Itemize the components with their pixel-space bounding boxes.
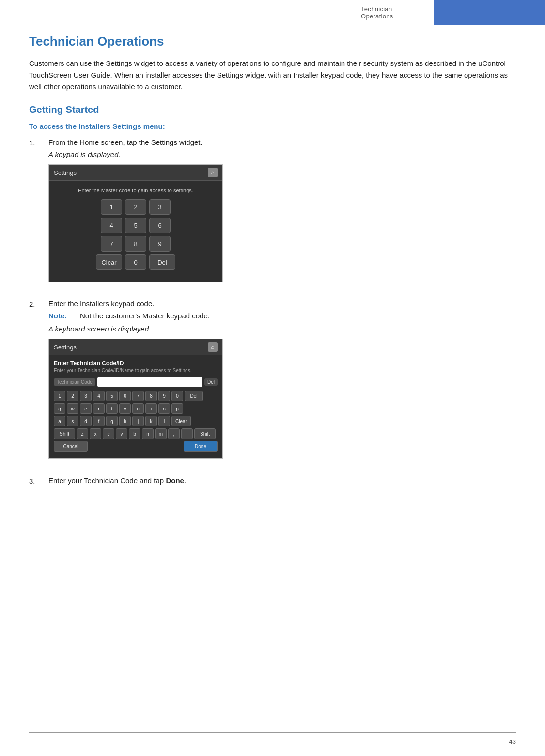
kb-key-8[interactable]: 8 <box>145 391 157 401</box>
kb-done-button[interactable]: Done <box>184 441 218 452</box>
kb-z[interactable]: z <box>77 428 88 439</box>
kb-k[interactable]: k <box>145 416 157 426</box>
keypad-row-3: 7 8 9 <box>101 236 171 252</box>
kb-q[interactable]: q <box>54 403 65 414</box>
kb-key-4[interactable]: 4 <box>93 391 105 401</box>
key-3[interactable]: 3 <box>149 199 171 215</box>
header-title: Technician Operations <box>361 5 535 20</box>
kb-y[interactable]: y <box>119 403 131 414</box>
kb-m[interactable]: m <box>155 428 167 439</box>
header-bar: Technician Operations <box>361 0 545 25</box>
intro-paragraph: Customers can use the Settings widget to… <box>29 58 516 93</box>
kb-key-7[interactable]: 7 <box>132 391 144 401</box>
home-icon-1: ⌂ <box>208 168 218 177</box>
step-3: 3. Enter your Technician Code and tap Do… <box>29 476 516 488</box>
step-3-bold: Done <box>166 476 184 485</box>
kb-e[interactable]: e <box>80 403 92 414</box>
key-2[interactable]: 2 <box>125 199 146 215</box>
kb-input-field[interactable] <box>97 377 202 387</box>
key-8[interactable]: 8 <box>125 236 146 252</box>
main-content: Technician Operations Customers can use … <box>0 0 545 536</box>
kb-u[interactable]: u <box>132 403 144 414</box>
screenshot-keyboard: Settings ⌂ Enter Technician Code/ID Ente… <box>48 339 223 459</box>
keypad-row-1: 1 2 3 <box>101 199 171 215</box>
key-del[interactable]: Del <box>149 254 175 270</box>
note-label: Note: <box>48 312 80 320</box>
step-1-text: From the Home screen, tap the Settings w… <box>48 138 516 146</box>
kb-asdf-row: a s d f g h j k l Clear <box>54 416 218 426</box>
key-6[interactable]: 6 <box>149 218 171 233</box>
kb-x[interactable]: x <box>90 428 101 439</box>
step-2-number: 2. <box>29 299 48 308</box>
kb-del-button[interactable]: Del <box>204 378 218 386</box>
step-2: 2. Enter the Installers keypad code. Not… <box>29 299 516 468</box>
key-9[interactable]: 9 <box>149 236 171 252</box>
kb-f[interactable]: f <box>93 416 105 426</box>
kb-g[interactable]: g <box>106 416 118 426</box>
kb-key-9[interactable]: 9 <box>158 391 170 401</box>
kb-l[interactable]: l <box>158 416 170 426</box>
page-title: Technician Operations <box>29 34 516 49</box>
kb-c[interactable]: c <box>103 428 114 439</box>
key-7[interactable]: 7 <box>101 236 122 252</box>
step-1-content: From the Home screen, tap the Settings w… <box>48 138 516 291</box>
kb-key-1[interactable]: 1 <box>54 391 65 401</box>
kb-num-row: 1 2 3 4 5 6 7 8 9 0 Del <box>54 391 218 401</box>
key-0[interactable]: 0 <box>125 254 146 270</box>
key-5[interactable]: 5 <box>125 218 146 233</box>
keypad-row-4: Clear 0 Del <box>96 254 175 270</box>
step-2-italic: A keyboard screen is displayed. <box>48 325 516 333</box>
keypad-widget: 1 2 3 4 5 6 7 8 9 <box>54 199 218 275</box>
kb-shift-right[interactable]: Shift <box>194 428 216 439</box>
kb-d[interactable]: d <box>80 416 92 426</box>
kb-qwerty-row: q w e r t y u i o p <box>54 403 218 414</box>
step-1: 1. From the Home screen, tap the Setting… <box>29 138 516 291</box>
step-1-italic: A keypad is displayed. <box>48 150 516 158</box>
kb-j[interactable]: j <box>132 416 144 426</box>
step-3-text: Enter your Technician Code and tap Done. <box>48 476 516 485</box>
kb-a[interactable]: a <box>54 416 65 426</box>
key-clear[interactable]: Clear <box>96 254 122 270</box>
kb-r[interactable]: r <box>93 403 105 414</box>
kb-p[interactable]: p <box>171 403 183 414</box>
kb-action-row: Cancel Done <box>54 441 218 452</box>
sub-heading: To access the Installers Settings menu: <box>29 122 516 130</box>
section-heading: Getting Started <box>29 104 516 115</box>
kb-sub: Enter your Technician Code/ID/Name to ga… <box>54 368 218 373</box>
footer-line <box>29 732 516 733</box>
screenshot-label-1: Enter the Master code to gain access to … <box>54 188 218 193</box>
kb-clear[interactable]: Clear <box>171 416 191 426</box>
kb-n[interactable]: n <box>142 428 154 439</box>
kb-key-5[interactable]: 5 <box>106 391 118 401</box>
kb-input-row: Technician Code Del <box>54 377 218 387</box>
kb-key-3[interactable]: 3 <box>80 391 92 401</box>
key-1[interactable]: 1 <box>101 199 122 215</box>
note-block: Note: Not the customer's Master keypad c… <box>48 312 516 320</box>
key-4[interactable]: 4 <box>101 218 122 233</box>
kb-period[interactable]: . <box>181 428 193 439</box>
step-3-text-before: Enter your Technician Code and tap <box>48 476 166 485</box>
step-2-content: Enter the Installers keypad code. Note: … <box>48 299 516 468</box>
kb-i[interactable]: i <box>145 403 157 414</box>
kb-key-6[interactable]: 6 <box>119 391 131 401</box>
kb-header: Enter Technician Code/ID <box>54 360 218 367</box>
kb-o[interactable]: o <box>158 403 170 414</box>
step-3-content: Enter your Technician Code and tap Done. <box>48 476 516 488</box>
keyboard-screen: Enter Technician Code/ID Enter your Tech… <box>49 355 222 458</box>
kb-cancel-button[interactable]: Cancel <box>54 441 88 452</box>
kb-key-2[interactable]: 2 <box>67 391 78 401</box>
kb-shift-left[interactable]: Shift <box>54 428 75 439</box>
kb-comma[interactable]: , <box>168 428 180 439</box>
kb-s[interactable]: s <box>67 416 78 426</box>
kb-t[interactable]: t <box>106 403 118 414</box>
keypad-row-2: 4 5 6 <box>101 218 171 233</box>
kb-v[interactable]: v <box>116 428 127 439</box>
kb-w[interactable]: w <box>67 403 78 414</box>
kb-del2[interactable]: Del <box>185 391 203 401</box>
kb-h[interactable]: h <box>119 416 131 426</box>
home-icon-2: ⌂ <box>208 342 218 352</box>
kb-key-0[interactable]: 0 <box>171 391 183 401</box>
step-3-text-after: . <box>184 476 186 485</box>
screenshot-keypad: Settings ⌂ Enter the Master code to gain… <box>48 164 223 282</box>
kb-b[interactable]: b <box>129 428 140 439</box>
